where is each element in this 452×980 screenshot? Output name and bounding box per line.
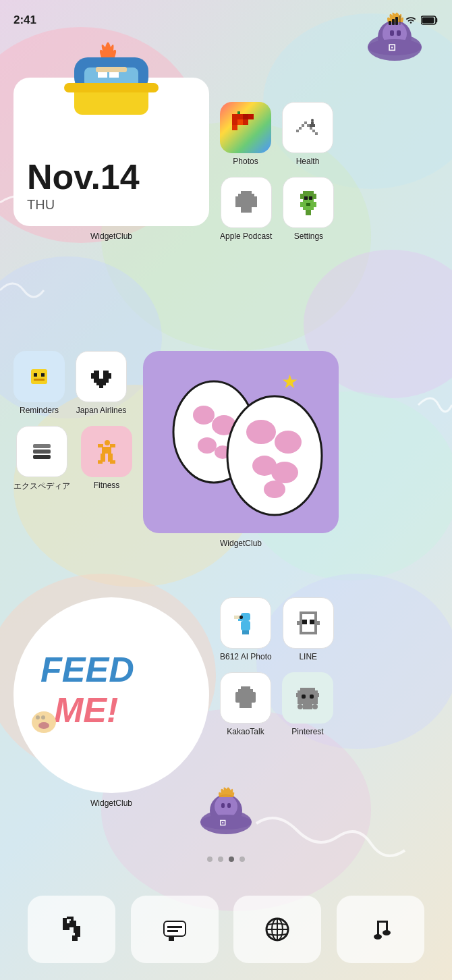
- svg-rect-37: [243, 119, 248, 125]
- b612-app[interactable]: B612 AI Photo: [220, 597, 272, 661]
- svg-rect-62: [314, 202, 316, 207]
- svg-point-172: [374, 934, 382, 940]
- phone-dock-icon[interactable]: [28, 896, 115, 963]
- fitness-icon: [81, 426, 132, 477]
- svg-rect-161: [167, 926, 182, 928]
- svg-rect-148: [227, 803, 231, 808]
- health-icon: [282, 102, 333, 153]
- jal-icon: [76, 351, 127, 402]
- svg-rect-31: [237, 114, 243, 119]
- widget-sticker: [54, 37, 169, 121]
- svg-rect-88: [102, 447, 111, 454]
- svg-point-106: [271, 462, 298, 483]
- signal-icon: [389, 16, 401, 25]
- svg-rect-129: [238, 689, 253, 692]
- svg-rect-13: [399, 16, 401, 25]
- svg-rect-136: [298, 690, 318, 704]
- podcasts-label: Apple Podcast: [220, 232, 272, 241]
- svg-rect-52: [235, 196, 257, 207]
- svg-point-104: [275, 431, 302, 454]
- svg-rect-75: [41, 373, 45, 377]
- photos-app[interactable]: Photos: [220, 102, 271, 166]
- svg-rect-84: [33, 455, 51, 459]
- svg-rect-12: [395, 17, 398, 25]
- svg-rect-49: [311, 119, 314, 121]
- svg-rect-135: [300, 688, 315, 690]
- svg-rect-42: [304, 121, 307, 124]
- kakao-icon: [220, 672, 271, 724]
- expedia-icon: [16, 426, 67, 477]
- svg-rect-170: [377, 921, 379, 935]
- svg-rect-29: [64, 83, 159, 92]
- page-dot-2: [218, 856, 223, 862]
- date-number: Nov.14: [27, 159, 140, 194]
- date-day: THU: [27, 197, 55, 213]
- svg-rect-119: [239, 616, 243, 619]
- svg-rect-141: [310, 695, 314, 699]
- podcasts-app[interactable]: Apple Podcast: [220, 177, 272, 241]
- svg-rect-30: [232, 114, 237, 119]
- status-time: 2:41: [13, 13, 36, 27]
- settings-app[interactable]: Settings: [283, 177, 334, 241]
- jal-app[interactable]: Japan Airlines: [76, 351, 127, 415]
- settings-icon: [283, 177, 334, 228]
- messages-dock-icon[interactable]: [131, 896, 219, 963]
- page-dots: [207, 856, 245, 862]
- battery-icon: [421, 16, 439, 25]
- line-app[interactable]: LINE: [283, 597, 334, 661]
- svg-rect-137: [298, 704, 303, 709]
- photos-health-row: Photos: [220, 102, 334, 166]
- svg-rect-65: [304, 196, 308, 200]
- col-right-2x2: B612 AI Photo: [220, 597, 334, 736]
- kakao-label: KakaoTalk: [227, 727, 264, 736]
- svg-text:★: ★: [281, 371, 298, 392]
- svg-rect-73: [31, 369, 47, 384]
- svg-point-98: [193, 406, 215, 425]
- music-dock-icon[interactable]: [337, 896, 424, 963]
- widgetclub3-label: WidgetClub: [90, 798, 132, 808]
- svg-rect-140: [302, 695, 306, 699]
- expedia-label: エクスペディア: [13, 481, 70, 492]
- svg-rect-79: [91, 373, 99, 379]
- widget-date-wrapper: Nov.14 THU WidgetClub: [13, 78, 209, 241]
- svg-rect-58: [300, 194, 303, 199]
- svg-text:FEED: FEED: [40, 650, 134, 689]
- row1: Nov.14 THU WidgetClub: [13, 78, 439, 241]
- widget-date[interactable]: Nov.14 THU: [13, 78, 209, 226]
- page-dot-4: [239, 856, 245, 862]
- svg-rect-158: [72, 935, 78, 941]
- expedia-app[interactable]: エクスペディア: [13, 426, 70, 492]
- eggs-widget[interactable]: ★ ★: [143, 351, 339, 533]
- widgetclub1-label: WidgetClub: [90, 232, 132, 241]
- svg-rect-89: [98, 444, 103, 447]
- pinterest-app[interactable]: Pinterest: [282, 672, 333, 736]
- svg-rect-154: [63, 923, 69, 930]
- health-app[interactable]: Health: [282, 102, 333, 166]
- status-icons: [389, 16, 439, 25]
- kakao-app[interactable]: KakaoTalk: [220, 672, 271, 736]
- svg-rect-83: [99, 385, 103, 388]
- pinterest-icon: [282, 672, 333, 724]
- svg-rect-44: [310, 127, 312, 130]
- feedme-widget[interactable]: FEED ME!: [13, 597, 209, 793]
- svg-rect-162: [167, 930, 178, 932]
- svg-rect-15: [422, 18, 434, 24]
- svg-rect-51: [238, 194, 254, 196]
- sticker-bottom: ⊡: [186, 785, 266, 842]
- svg-rect-121: [300, 614, 302, 632]
- svg-rect-55: [252, 207, 257, 213]
- svg-rect-61: [300, 202, 303, 207]
- fitness-app[interactable]: Fitness: [81, 426, 132, 492]
- pinterest-label: Pinterest: [291, 727, 323, 736]
- svg-rect-171: [386, 921, 388, 931]
- svg-rect-32: [232, 119, 237, 125]
- line-label: LINE: [299, 652, 317, 661]
- svg-text:ME!: ME!: [54, 690, 118, 730]
- svg-rect-59: [314, 194, 316, 199]
- reminders-app[interactable]: Reminders: [13, 351, 65, 415]
- podcasts-icon: [221, 177, 272, 228]
- svg-rect-35: [232, 125, 237, 130]
- podcasts-settings-row: Apple Podcast: [220, 177, 334, 241]
- safari-dock-icon[interactable]: [233, 896, 321, 963]
- svg-rect-130: [235, 692, 256, 703]
